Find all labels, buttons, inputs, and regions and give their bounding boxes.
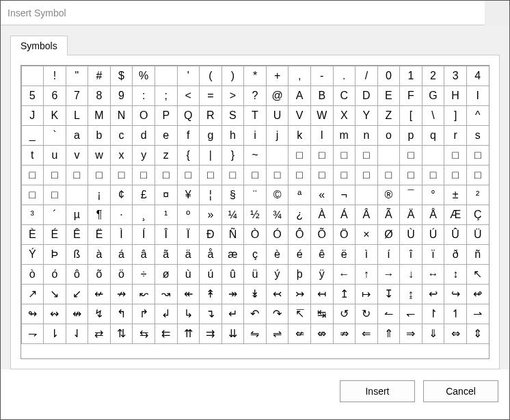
symbol-cell[interactable]: ñ	[466, 244, 489, 265]
symbol-cell[interactable]: s	[466, 125, 489, 146]
symbol-cell[interactable]: □	[155, 165, 178, 185]
symbol-cell[interactable]: ⇕	[466, 324, 489, 344]
symbol-cell[interactable]: µ	[66, 205, 89, 225]
symbol-cell[interactable]: _	[21, 125, 44, 146]
symbol-cell[interactable]: K	[43, 105, 66, 126]
symbol-cell[interactable]: ⇇	[155, 324, 178, 344]
symbol-cell[interactable]: E	[377, 86, 401, 106]
symbol-cell[interactable]: ¿	[288, 205, 311, 225]
symbol-cell[interactable]: {	[177, 145, 200, 166]
symbol-cell[interactable]: v	[66, 145, 89, 166]
symbol-cell[interactable]: 3	[444, 66, 467, 86]
symbol-cell[interactable]: <	[177, 86, 200, 106]
symbol-cell[interactable]: Ï	[177, 224, 200, 245]
symbol-cell[interactable]: Ñ	[222, 224, 245, 245]
symbol-cell[interactable]: ↴	[199, 304, 222, 324]
symbol-cell[interactable]	[66, 185, 89, 205]
symbol-cell[interactable]: u	[43, 145, 66, 166]
symbol-cell[interactable]: í	[377, 244, 401, 265]
symbol-cell[interactable]	[377, 145, 401, 166]
symbol-cell[interactable]: ↦	[355, 284, 378, 304]
symbol-cell[interactable]: »	[199, 205, 222, 225]
symbol-cell[interactable]: ü	[243, 264, 267, 285]
symbol-cell[interactable]: U	[266, 105, 289, 126]
symbol-cell[interactable]: ↼	[377, 304, 401, 324]
symbol-cell[interactable]: ⇎	[310, 324, 334, 344]
symbol-cell[interactable]: ↞	[177, 284, 200, 304]
symbol-cell[interactable]: .	[333, 66, 356, 86]
symbol-cell[interactable]: x	[110, 145, 133, 166]
symbol-cell[interactable]: ↳	[177, 304, 200, 324]
symbol-cell[interactable]: £	[132, 185, 155, 205]
symbol-cell[interactable]: ⇒	[399, 324, 422, 344]
symbol-cell[interactable]: ®	[377, 185, 401, 205]
symbol-cell[interactable]: X	[333, 105, 356, 126]
symbol-cell[interactable]: ⇀	[466, 304, 489, 324]
symbol-cell[interactable]: #	[88, 66, 111, 86]
symbol-cell[interactable]: ;	[155, 86, 178, 106]
symbol-cell[interactable]: ↥	[333, 284, 356, 304]
symbol-cell[interactable]: H	[444, 86, 467, 106]
symbol-cell[interactable]: ↕	[444, 264, 467, 285]
symbol-cell[interactable]: ↹	[310, 304, 334, 324]
symbol-cell[interactable]: t	[21, 145, 44, 166]
symbol-cell[interactable]: é	[288, 244, 311, 265]
symbol-cell[interactable]: ô	[66, 264, 89, 285]
symbol-cell[interactable]: !	[43, 66, 66, 86]
symbol-cell[interactable]: ö	[110, 264, 133, 285]
symbol-cell[interactable]: à	[88, 244, 111, 265]
symbol-cell[interactable]: □	[21, 185, 44, 205]
symbol-cell[interactable]: ⇅	[110, 324, 133, 344]
symbol-cell[interactable]: Ý	[21, 244, 44, 265]
insert-button[interactable]: Insert	[340, 380, 415, 402]
symbol-cell[interactable]: j	[266, 125, 289, 146]
symbol-cell[interactable]: S	[222, 105, 245, 126]
symbol-cell[interactable]: Þ	[43, 244, 66, 265]
symbol-cell[interactable]: ·	[110, 205, 133, 225]
symbol-cell[interactable]: Ã	[377, 205, 401, 225]
symbol-cell[interactable]: □	[132, 165, 155, 185]
symbol-cell[interactable]: G	[422, 86, 445, 106]
symbol-cell[interactable]: Ä	[399, 205, 422, 225]
symbol-cell[interactable]: ×	[355, 224, 378, 245]
symbol-cell[interactable]	[266, 145, 289, 166]
symbol-cell[interactable]: m	[333, 125, 356, 146]
symbol-cell[interactable]: ↣	[288, 284, 311, 304]
symbol-cell[interactable]: Î	[155, 224, 178, 245]
symbol-cell[interactable]: É	[43, 224, 66, 245]
symbol-cell[interactable]: 2	[422, 66, 445, 86]
symbol-cell[interactable]: ½	[243, 205, 267, 225]
symbol-cell[interactable]: å	[199, 244, 222, 265]
symbol-cell[interactable]: ↫	[466, 284, 489, 304]
symbol-cell[interactable]: ↢	[266, 284, 289, 304]
symbol-cell[interactable]: ↩	[422, 284, 445, 304]
symbol-cell[interactable]: ⇍	[288, 324, 311, 344]
symbol-cell[interactable]: ↷	[266, 304, 289, 324]
symbol-cell[interactable]: T	[243, 105, 267, 126]
symbol-cell[interactable]: Ô	[288, 224, 311, 245]
symbol-cell[interactable]: ý	[266, 264, 289, 285]
symbol-cell[interactable]: 1	[399, 66, 422, 86]
symbol-cell[interactable]: î	[399, 244, 422, 265]
symbol-cell[interactable]: º	[177, 205, 200, 225]
symbol-cell[interactable]: 6	[43, 86, 66, 106]
symbol-cell[interactable]: ¢	[110, 185, 133, 205]
symbol-cell[interactable]: ²	[466, 185, 489, 205]
symbol-cell[interactable]: y	[132, 145, 155, 166]
symbol-cell[interactable]: '	[177, 66, 200, 86]
symbol-cell[interactable]: ⇈	[177, 324, 200, 344]
symbol-cell[interactable]: >	[222, 86, 245, 106]
symbol-cell[interactable]: c	[110, 125, 133, 146]
symbol-cell[interactable]: I	[466, 86, 489, 106]
symbol-cell[interactable]: □	[399, 145, 422, 166]
symbol-cell[interactable]: `	[43, 125, 66, 146]
symbol-cell[interactable]: J	[21, 105, 44, 126]
symbol-cell[interactable]: ↛	[110, 284, 133, 304]
symbol-cell[interactable]: ©	[266, 185, 289, 205]
symbol-cell[interactable]: ⇋	[243, 324, 267, 344]
symbol-cell[interactable]: ↤	[310, 284, 334, 304]
symbol-cell[interactable]: □	[21, 165, 44, 185]
symbol-cell[interactable]: ¡	[88, 185, 111, 205]
symbol-cell[interactable]: °	[422, 185, 445, 205]
symbol-cell[interactable]: □	[43, 165, 66, 185]
